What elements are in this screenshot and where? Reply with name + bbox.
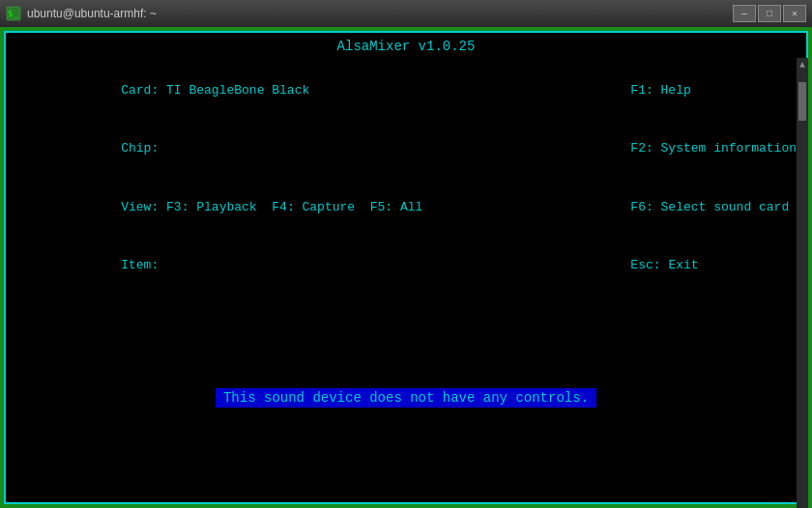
f2-key: F2: xyxy=(630,141,652,155)
item-label: Item: xyxy=(121,258,159,272)
close-button[interactable]: ✕ xyxy=(783,5,806,22)
f1-line: F1: Help xyxy=(525,62,797,119)
no-controls-message: This sound device does not have any cont… xyxy=(216,388,596,408)
scrollbar[interactable]: ▲ ▼ xyxy=(797,58,808,508)
scroll-up-arrow[interactable]: ▲ xyxy=(798,58,807,72)
f2-line: F2: System information xyxy=(525,121,797,178)
f6-label: Select sound card xyxy=(653,200,789,214)
view-f4: F4: Capture xyxy=(257,200,355,214)
scroll-thumb[interactable] xyxy=(798,82,806,121)
f2-label: System information xyxy=(653,141,797,155)
maximize-button[interactable]: □ xyxy=(758,5,781,22)
item-line: Item: xyxy=(15,238,525,295)
view-label: View: xyxy=(121,200,159,214)
main-content: This sound device does not have any cont… xyxy=(6,294,806,502)
f6-line: F6: Select sound card xyxy=(525,179,797,236)
app-title: AlsaMixer v1.0.25 xyxy=(6,33,806,58)
esc-line: Esc: Exit xyxy=(525,238,797,295)
window-controls: — □ ✕ xyxy=(733,5,806,22)
window-title: ubuntu@ubuntu-armhf: ~ xyxy=(27,7,727,20)
titlebar: $_ ubuntu@ubuntu-armhf: ~ — □ ✕ xyxy=(0,0,812,27)
card-line: Card: TI BeagleBone Black xyxy=(15,62,525,119)
f6-key: F6: xyxy=(630,200,652,214)
card-value xyxy=(159,83,166,98)
terminal-wrapper: AlsaMixer v1.0.25 Card: TI BeagleBone Bl… xyxy=(0,27,812,508)
f1-key: F1: xyxy=(630,83,652,98)
card-label: Card: xyxy=(121,83,159,98)
chip-line: Chip: xyxy=(15,121,525,178)
info-left: Card: TI BeagleBone Black Chip: View: F3… xyxy=(15,62,525,294)
view-f5: F5: All xyxy=(355,200,422,214)
terminal-icon: $_ xyxy=(6,6,21,21)
f1-label: Help xyxy=(653,83,691,98)
card-value-text: TI BeagleBone Black xyxy=(166,83,309,98)
info-right: F1: Help F2: System information F6: Sele… xyxy=(525,62,797,294)
view-f3: F3: Playback xyxy=(159,200,256,214)
esc-key: Esc: xyxy=(630,258,660,272)
info-section: Card: TI BeagleBone Black Chip: View: F3… xyxy=(6,58,806,294)
minimize-button[interactable]: — xyxy=(733,5,756,22)
terminal: AlsaMixer v1.0.25 Card: TI BeagleBone Bl… xyxy=(4,31,808,504)
esc-label: Exit xyxy=(661,258,699,272)
view-line: View: F3: Playback F4: Capture F5: All xyxy=(15,179,525,236)
chip-label: Chip: xyxy=(121,141,159,155)
svg-text:$_: $_ xyxy=(8,9,18,18)
